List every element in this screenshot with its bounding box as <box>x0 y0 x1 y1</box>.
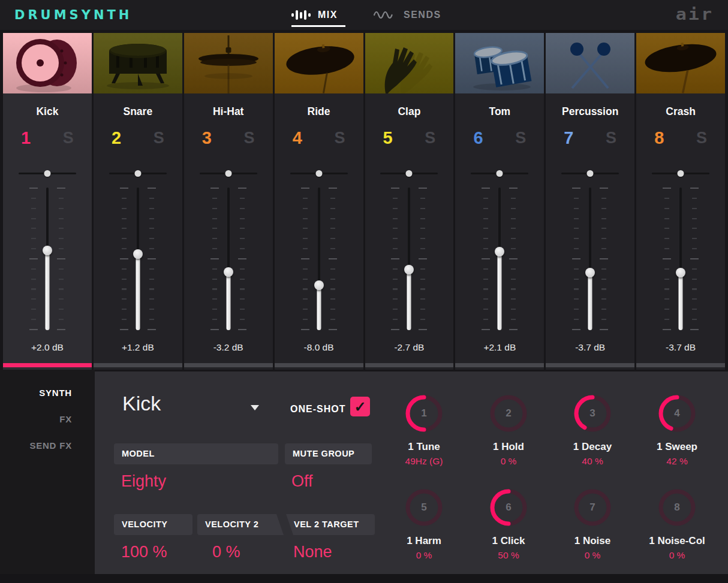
crash-cymbal-image[interactable] <box>636 33 725 93</box>
knob-label: 1 Harm <box>382 535 466 547</box>
volume-fader[interactable] <box>572 188 608 330</box>
pan-slider[interactable] <box>561 170 619 177</box>
solo-button[interactable]: S <box>63 128 74 148</box>
solo-button[interactable]: S <box>696 128 707 148</box>
pan-knob[interactable] <box>225 170 231 177</box>
fader-knob[interactable] <box>314 280 324 290</box>
pan-knob[interactable] <box>497 170 503 177</box>
knob-noise[interactable]: 7 1 Noise 0 % <box>550 488 634 561</box>
editor-nav: SYNTH FX SEND FX <box>0 370 95 583</box>
volume-fader[interactable] <box>301 188 337 330</box>
pan-slider[interactable] <box>109 170 167 177</box>
channel-strip-ride[interactable]: Ride 4 S -8.0 dB <box>275 33 363 370</box>
pan-slider[interactable] <box>652 170 709 177</box>
knob-tune[interactable]: 1 1 Tune 49Hz (G) <box>382 394 466 467</box>
solo-button[interactable]: S <box>334 128 345 148</box>
fader-knob[interactable] <box>43 246 52 255</box>
knob-sweep[interactable]: 4 1 Sweep 42 % <box>635 394 719 467</box>
channel-name: Kick <box>3 105 92 118</box>
clap-hands-image[interactable] <box>365 33 454 93</box>
volume-db-readout: -3.7 dB <box>546 342 634 353</box>
channel-strip-clap[interactable]: Clap 5 S -2.7 dB <box>365 33 454 370</box>
volume-fader[interactable] <box>120 188 156 330</box>
pan-knob[interactable] <box>587 170 594 177</box>
solo-button[interactable]: S <box>515 128 526 148</box>
fader-knob[interactable] <box>495 247 504 256</box>
pan-slider[interactable] <box>200 170 257 177</box>
fader-knob[interactable] <box>224 267 233 277</box>
mixer-strips: Kick 1 S +2.0 dB Snare <box>0 33 728 370</box>
volume-fader[interactable] <box>391 188 427 330</box>
solo-button[interactable]: S <box>154 128 164 148</box>
pan-knob[interactable] <box>406 170 413 177</box>
channel-strip-hihat[interactable]: Hi-Hat 3 S -3.2 dB <box>184 33 273 370</box>
knob-label: 1 Sweep <box>635 441 719 453</box>
channel-strip-snare[interactable]: Snare 2 S +1.2 dB <box>94 33 182 370</box>
knob-label: 1 Noise <box>550 535 634 547</box>
channel-number: 2 <box>112 128 121 148</box>
velocity2-value[interactable]: 0 % <box>212 543 240 561</box>
tab-mix-label: MIX <box>318 10 338 20</box>
fader-knob[interactable] <box>676 268 685 277</box>
model-value[interactable]: Eighty <box>121 472 166 491</box>
pan-knob[interactable] <box>678 170 684 177</box>
air-brand-logo: air <box>676 5 714 24</box>
pan-knob[interactable] <box>315 170 322 177</box>
tab-synth[interactable]: SYNTH <box>39 388 72 398</box>
tab-fx[interactable]: FX <box>59 414 72 424</box>
one-shot-checkbox[interactable]: ✓ <box>350 397 370 416</box>
volume-fader[interactable] <box>663 188 699 330</box>
pan-slider[interactable] <box>19 170 76 177</box>
pan-slider[interactable] <box>290 170 348 177</box>
knob-hold[interactable]: 2 1 Hold 0 % <box>467 394 550 467</box>
strip-select-bar <box>455 363 544 367</box>
velocity2-field-label: VELOCITY 2 <box>197 514 284 535</box>
solo-button[interactable]: S <box>244 128 255 148</box>
ride-cymbal-image[interactable] <box>275 33 363 93</box>
mallets-image[interactable] <box>546 33 634 93</box>
vel2-target-value[interactable]: None <box>293 543 332 561</box>
channel-strip-kick[interactable]: Kick 1 S +2.0 dB <box>3 33 92 370</box>
pan-slider[interactable] <box>380 170 438 177</box>
snare-drum-image[interactable] <box>94 33 182 93</box>
fader-knob[interactable] <box>585 268 595 277</box>
pan-slider[interactable] <box>471 170 528 177</box>
knob-label: 1 Click <box>467 535 550 547</box>
knob-value: 0 % <box>467 456 550 467</box>
knob-index: 8 <box>635 502 719 513</box>
tab-send-fx[interactable]: SEND FX <box>29 440 72 451</box>
wave-icon <box>372 7 396 23</box>
knob-decay[interactable]: 3 1 Decay 40 % <box>550 394 634 467</box>
knob-value: 40 % <box>550 456 634 467</box>
kick-drum-image[interactable] <box>3 33 92 93</box>
knob-index: 2 <box>467 407 550 419</box>
fader-knob[interactable] <box>404 265 414 274</box>
channel-strip-percussion[interactable]: Percussion 7 S -3.7 dB <box>546 33 634 370</box>
tab-sends[interactable]: SENDS <box>372 0 441 30</box>
vel2-target-field-label: VEL 2 TARGET <box>286 514 375 535</box>
channel-strip-tom[interactable]: Tom 6 S +2.1 dB <box>455 33 544 370</box>
solo-button[interactable]: S <box>425 128 435 148</box>
pan-knob[interactable] <box>134 170 141 177</box>
knob-click[interactable]: 6 1 Click 50 % <box>467 488 550 561</box>
channel-name: Tom <box>455 105 544 118</box>
volume-fader[interactable] <box>482 188 518 330</box>
volume-fader[interactable] <box>210 188 246 330</box>
strip-select-bar <box>275 363 363 367</box>
channel-name: Clap <box>365 105 454 118</box>
volume-fader[interactable] <box>29 188 65 330</box>
model-field-label: MODEL <box>114 443 278 464</box>
hihat-image[interactable] <box>184 33 273 93</box>
velocity-value[interactable]: 100 % <box>121 543 167 561</box>
channel-strip-crash[interactable]: Crash 8 S -3.7 dB <box>636 33 725 370</box>
solo-button[interactable]: S <box>606 128 616 148</box>
knob-harm[interactable]: 5 1 Harm 0 % <box>382 488 466 561</box>
instrument-dropdown[interactable]: Kick <box>122 392 266 422</box>
chevron-down-icon <box>251 405 259 410</box>
knob-noise-col[interactable]: 8 1 Noise-Col 0 % <box>635 488 719 561</box>
pan-knob[interactable] <box>44 170 50 177</box>
fader-knob[interactable] <box>133 249 143 259</box>
volume-db-readout: +1.2 dB <box>94 342 182 353</box>
toms-image[interactable] <box>455 33 544 93</box>
mute-group-value[interactable]: Off <box>291 472 313 491</box>
